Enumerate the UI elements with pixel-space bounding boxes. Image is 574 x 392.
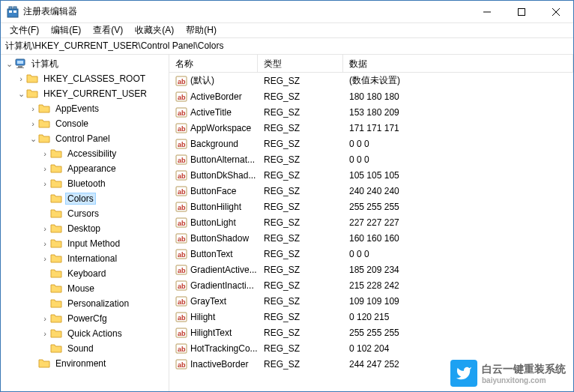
tree-label: AppEvents xyxy=(53,103,101,115)
cell-type: REG_SZ xyxy=(258,170,343,181)
cell-type: REG_SZ xyxy=(258,202,343,212)
cell-name: GradientActive... xyxy=(169,264,258,276)
list-panel[interactable]: 名称 类型 数据 (默认)REG_SZ(数值未设置)ActiveBorderRE… xyxy=(169,55,573,391)
addressbar[interactable]: 计算机\HKEY_CURRENT_USER\Control Panel\Colo… xyxy=(1,38,573,55)
titlebar: 注册表编辑器 xyxy=(1,1,573,23)
cell-data: 105 105 105 xyxy=(343,170,573,181)
tree-node[interactable]: ›Accessibility xyxy=(1,146,169,161)
string-value-icon xyxy=(175,295,187,307)
tree-panel[interactable]: ⌄计算机›HKEY_CLASSES_ROOT⌄HKEY_CURRENT_USER… xyxy=(1,55,169,391)
cell-data: 215 228 242 xyxy=(343,280,573,291)
tree-node[interactable]: ›Input Method xyxy=(1,236,169,251)
list-row[interactable]: ButtonTextREG_SZ0 0 0 xyxy=(169,246,573,262)
tree-label: Keyboard xyxy=(65,268,108,280)
cell-data: 180 180 180 xyxy=(343,91,573,102)
tree-node[interactable]: ›Console xyxy=(1,116,169,131)
menu-file[interactable]: 文件(F) xyxy=(4,22,45,38)
expand-icon[interactable]: › xyxy=(40,254,50,263)
folder-icon xyxy=(50,313,62,325)
tree-node[interactable]: ⌄计算机 xyxy=(1,56,169,71)
minimize-button[interactable] xyxy=(470,1,504,23)
collapse-icon[interactable]: ⌄ xyxy=(28,134,38,144)
expand-icon[interactable]: › xyxy=(40,329,50,338)
maximize-button[interactable] xyxy=(504,1,539,23)
tree-node[interactable]: ›International xyxy=(1,251,169,266)
tree-node[interactable]: Cursors xyxy=(1,206,169,221)
expand-icon[interactable]: › xyxy=(40,164,50,173)
watermark: 白云一键重装系统 baiyunxitong.com xyxy=(450,360,566,387)
list-row[interactable]: ActiveTitleREG_SZ153 180 209 xyxy=(169,104,573,120)
menu-help[interactable]: 帮助(H) xyxy=(180,22,223,38)
list-row[interactable]: ButtonLightREG_SZ227 227 227 xyxy=(169,214,573,230)
tree-label: PowerCfg xyxy=(65,313,109,325)
cell-data: 227 227 227 xyxy=(343,217,573,228)
header-name[interactable]: 名称 xyxy=(169,55,258,72)
cell-data: 0 0 0 xyxy=(343,154,573,165)
folder-icon xyxy=(50,193,62,205)
list-row[interactable]: AppWorkspaceREG_SZ171 171 171 xyxy=(169,120,573,136)
expand-icon[interactable]: › xyxy=(28,119,38,128)
tree-node[interactable]: ›Quick Actions xyxy=(1,326,169,341)
tree-node[interactable]: Environment xyxy=(1,356,169,371)
tree-node[interactable]: Colors xyxy=(1,191,169,206)
list-row[interactable]: ButtonAlternat...REG_SZ0 0 0 xyxy=(169,151,573,167)
list-row[interactable]: ButtonHilightREG_SZ255 255 255 xyxy=(169,199,573,214)
expand-icon[interactable]: › xyxy=(28,104,38,113)
cell-type: REG_SZ xyxy=(258,296,343,307)
string-value-icon xyxy=(175,248,187,260)
cell-name: ButtonShadow xyxy=(169,232,258,244)
tree-label: Accessibility xyxy=(65,148,118,160)
expand-icon[interactable]: › xyxy=(40,314,50,323)
list-row[interactable]: GradientActive...REG_SZ185 209 234 xyxy=(169,262,573,277)
list-row[interactable]: BackgroundREG_SZ0 0 0 xyxy=(169,136,573,151)
tree-node[interactable]: Sound xyxy=(1,341,169,356)
tree-node[interactable]: Mouse xyxy=(1,281,169,296)
cell-name: InactiveBorder xyxy=(169,358,258,370)
list-row[interactable]: HotTrackingCo...REG_SZ0 102 204 xyxy=(169,340,573,356)
expand-icon[interactable]: › xyxy=(16,74,26,83)
cell-data: 255 255 255 xyxy=(343,328,573,338)
expand-icon[interactable]: › xyxy=(40,224,50,233)
app-icon xyxy=(7,6,19,18)
expand-icon[interactable]: › xyxy=(40,239,50,248)
expand-icon[interactable]: › xyxy=(40,179,50,188)
tree-node[interactable]: ›AppEvents xyxy=(1,101,169,116)
tree-label: HKEY_CURRENT_USER xyxy=(41,88,149,100)
list-row[interactable]: ButtonDkShad...REG_SZ105 105 105 xyxy=(169,167,573,183)
tree-node[interactable]: Personalization xyxy=(1,296,169,311)
tree-node[interactable]: ›PowerCfg xyxy=(1,311,169,326)
folder-icon xyxy=(50,178,62,190)
menu-edit[interactable]: 编辑(E) xyxy=(45,22,87,38)
menu-view[interactable]: 查看(V) xyxy=(87,22,129,38)
header-type[interactable]: 类型 xyxy=(258,55,343,72)
cell-name: ButtonAlternat... xyxy=(169,154,258,166)
tree-label: Input Method xyxy=(65,238,122,250)
expand-icon[interactable]: › xyxy=(40,149,50,158)
tree-node[interactable]: ›Bluetooth xyxy=(1,176,169,191)
tree-node[interactable]: ›HKEY_CLASSES_ROOT xyxy=(1,71,169,86)
tree-node[interactable]: ⌄HKEY_CURRENT_USER xyxy=(1,86,169,101)
collapse-icon[interactable]: ⌄ xyxy=(16,89,26,99)
list-row[interactable]: HilightTextREG_SZ255 255 255 xyxy=(169,325,573,340)
list-row[interactable]: ButtonFaceREG_SZ240 240 240 xyxy=(169,183,573,199)
list-row[interactable]: ActiveBorderREG_SZ180 180 180 xyxy=(169,88,573,104)
tree-node[interactable]: ›Desktop xyxy=(1,221,169,236)
tree-node[interactable]: Keyboard xyxy=(1,266,169,281)
close-button[interactable] xyxy=(539,1,573,23)
folder-icon xyxy=(38,118,50,130)
list-row[interactable]: ButtonShadowREG_SZ160 160 160 xyxy=(169,230,573,246)
list-row[interactable]: HilightREG_SZ0 120 215 xyxy=(169,309,573,325)
list-row[interactable]: (默认)REG_SZ(数值未设置) xyxy=(169,73,573,88)
tree-node[interactable]: ›Appearance xyxy=(1,161,169,176)
list-row[interactable]: GradientInacti...REG_SZ215 228 242 xyxy=(169,277,573,293)
menu-favorites[interactable]: 收藏夹(A) xyxy=(129,22,180,38)
tree-label: Mouse xyxy=(65,283,97,295)
collapse-icon[interactable]: ⌄ xyxy=(4,59,14,69)
cell-name: ButtonLight xyxy=(169,217,258,229)
folder-icon xyxy=(50,223,62,235)
header-data[interactable]: 数据 xyxy=(343,55,573,72)
cell-type: REG_SZ xyxy=(258,328,343,338)
list-header: 名称 类型 数据 xyxy=(169,55,573,73)
tree-node[interactable]: ⌄Control Panel xyxy=(1,131,169,146)
list-row[interactable]: GrayTextREG_SZ109 109 109 xyxy=(169,293,573,309)
